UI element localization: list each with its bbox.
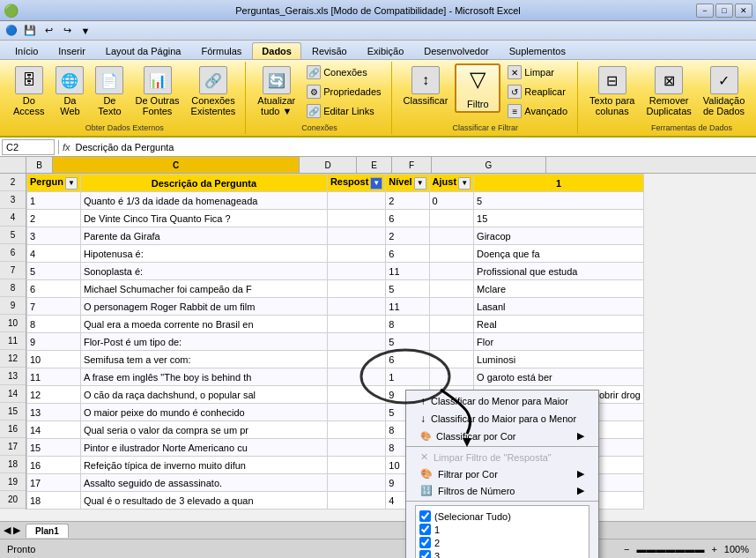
validacao-button[interactable]: ✓ Validaçãode Dados — [699, 63, 750, 119]
header-g[interactable]: 1 — [474, 175, 644, 192]
conexoes-existentes-button[interactable]: 🔗 ConexõesExistentes — [187, 63, 241, 119]
row-num-7[interactable]: 7 — [0, 262, 26, 279]
classificar-button[interactable]: ↕ Classificar — [399, 63, 453, 108]
cell-b8[interactable]: 6 — [27, 280, 81, 298]
cell-e6[interactable]: 6 — [386, 245, 429, 263]
cell-reference-input[interactable] — [2, 139, 55, 155]
cell-e8[interactable]: 5 — [386, 280, 429, 298]
sort-asc-item[interactable]: ↑ Classificar do Menor para Maior — [406, 392, 598, 410]
cell-f12[interactable] — [429, 351, 474, 368]
cell-e5[interactable]: 2 — [386, 227, 429, 245]
row-num-9[interactable]: 9 — [0, 297, 26, 315]
cell-d18[interactable] — [327, 457, 385, 474]
cell-e11[interactable]: 5 — [386, 333, 429, 351]
cell-f13[interactable] — [429, 368, 474, 386]
reaplicar-button[interactable]: ↺ Reaplicar — [503, 83, 572, 100]
cell-e7[interactable]: 11 — [386, 263, 429, 280]
cell-g3[interactable]: 5 — [474, 192, 644, 210]
header-d[interactable]: Respost▼ — [327, 175, 385, 192]
row-num-13[interactable]: 13 — [0, 368, 26, 385]
cell-g10[interactable]: Real — [474, 316, 644, 333]
cell-e13[interactable]: 1 — [386, 368, 429, 386]
cell-d19[interactable] — [327, 474, 385, 492]
cell-b16[interactable]: 14 — [27, 421, 81, 439]
row-num-17[interactable]: 17 — [0, 438, 26, 456]
cell-f5[interactable] — [429, 227, 474, 245]
tab-inicio[interactable]: Início — [5, 42, 48, 59]
row-num-2[interactable]: 2 — [0, 174, 26, 191]
status-zoom-in[interactable]: + — [711, 544, 716, 554]
propriedades-button[interactable]: ⚙ Propriedades — [302, 83, 385, 100]
cell-c6[interactable]: Hipotenusa é: — [80, 245, 327, 263]
col-header-f[interactable]: F — [392, 157, 432, 173]
sort-color-item[interactable]: 🎨 Classificar por Cor ▶ — [406, 428, 598, 444]
cell-b7[interactable]: 5 — [27, 263, 81, 280]
row-num-5[interactable]: 5 — [0, 227, 26, 244]
row-num-12[interactable]: 12 — [0, 350, 26, 368]
row-num-11[interactable]: 11 — [0, 332, 26, 350]
header-b[interactable]: Pergun▼ — [27, 175, 81, 192]
row-num-8[interactable]: 8 — [0, 279, 26, 297]
col-header-e[interactable]: E — [357, 157, 392, 173]
cell-b19[interactable]: 17 — [27, 474, 81, 492]
col-header-g[interactable]: G — [432, 157, 546, 173]
cell-g11[interactable]: Flor — [474, 333, 644, 351]
da-web-button[interactable]: 🌐 DaWeb — [51, 63, 88, 119]
cell-b6[interactable]: 4 — [27, 245, 81, 263]
cell-e12[interactable]: 6 — [386, 351, 429, 368]
checkbox-all-input[interactable] — [419, 510, 431, 522]
cell-b9[interactable]: 7 — [27, 298, 81, 316]
cell-e10[interactable]: 8 — [386, 316, 429, 333]
app-menu-button[interactable]: 🔵 — [4, 23, 19, 39]
cell-f4[interactable] — [429, 210, 474, 227]
cell-c8[interactable]: Michael Schumacher foi campeão da F — [80, 280, 327, 298]
cell-c17[interactable]: Pintor e ilustrador Norte Americano cu — [80, 439, 327, 457]
atualizar-tudo-button[interactable]: 🔄 Atualizartudo ▼ — [253, 63, 300, 119]
sort-desc-item[interactable]: ↓ Classificar do Maior para o Menor — [406, 410, 598, 428]
cell-d8[interactable] — [327, 280, 385, 298]
cell-d10[interactable] — [327, 316, 385, 333]
filter-color-item[interactable]: 🎨 Filtrar por Cor ▶ — [406, 465, 598, 482]
cell-f3[interactable]: 0 — [429, 192, 474, 210]
filter-nivel[interactable]: ▼ — [414, 177, 426, 190]
number-filters-item[interactable]: 🔢 Filtros de Número ▶ — [406, 482, 598, 499]
cell-c16[interactable]: Qual seria o valor da compra se um pr — [80, 421, 327, 439]
close-button[interactable]: ✕ — [735, 4, 752, 18]
cell-b14[interactable]: 12 — [27, 386, 81, 404]
de-outras-fontes-button[interactable]: 📊 De OutrasFontes — [130, 63, 183, 119]
cell-c15[interactable]: O maior peixe do mundo é conhecido — [80, 404, 327, 421]
minimize-button[interactable]: − — [696, 4, 714, 18]
checkbox-3[interactable]: 3 — [419, 549, 585, 558]
remover-duplicatas-button[interactable]: ⊠ RemoverDuplicatas — [641, 63, 695, 119]
checkbox-1-input[interactable] — [419, 524, 431, 535]
filter-pergun[interactable]: ▼ — [65, 177, 78, 190]
checkbox-2[interactable]: 2 — [419, 536, 585, 549]
cell-e9[interactable]: 11 — [386, 298, 429, 316]
cell-g9[interactable]: Lasanl — [474, 298, 644, 316]
cell-c13[interactable]: A frase em inglês "The boy is behind th — [80, 368, 327, 386]
cell-d11[interactable] — [327, 333, 385, 351]
cell-c4[interactable]: De Vinte Cinco Tira Quanto Fica ? — [80, 210, 327, 227]
cell-d7[interactable] — [327, 263, 385, 280]
maximize-button[interactable]: □ — [715, 4, 733, 18]
sheet-tab-plan1[interactable]: Plan1 — [26, 524, 69, 538]
cell-g6[interactable]: Doença que fa — [474, 245, 644, 263]
tab-layout[interactable]: Layout da Página — [96, 42, 191, 59]
col-header-c[interactable]: C — [53, 157, 300, 173]
cell-d6[interactable] — [327, 245, 385, 263]
tab-dados[interactable]: Dados — [252, 42, 301, 59]
cell-d16[interactable] — [327, 421, 385, 439]
cell-c3[interactable]: Quanto é 1/3 da idade da homenageada — [80, 192, 327, 210]
cell-c19[interactable]: Assalto seguido de assassinato. — [80, 474, 327, 492]
filter-ajust[interactable]: ▼ — [458, 177, 471, 190]
clear-filter-item[interactable]: ✕ Limpar Filtro de "Resposta" — [406, 449, 598, 465]
header-f[interactable]: Ajust▼ — [429, 175, 474, 192]
col-header-d[interactable]: D — [300, 157, 357, 173]
cell-d14[interactable] — [327, 386, 385, 404]
conexoes-button[interactable]: 🔗 Conexões — [302, 63, 385, 81]
cell-d15[interactable] — [327, 404, 385, 421]
cell-d20[interactable] — [327, 492, 385, 510]
row-num-14[interactable]: 14 — [0, 385, 26, 403]
row-num-18[interactable]: 18 — [0, 456, 26, 473]
de-texto-button[interactable]: 📄 DeTexto — [91, 63, 128, 119]
